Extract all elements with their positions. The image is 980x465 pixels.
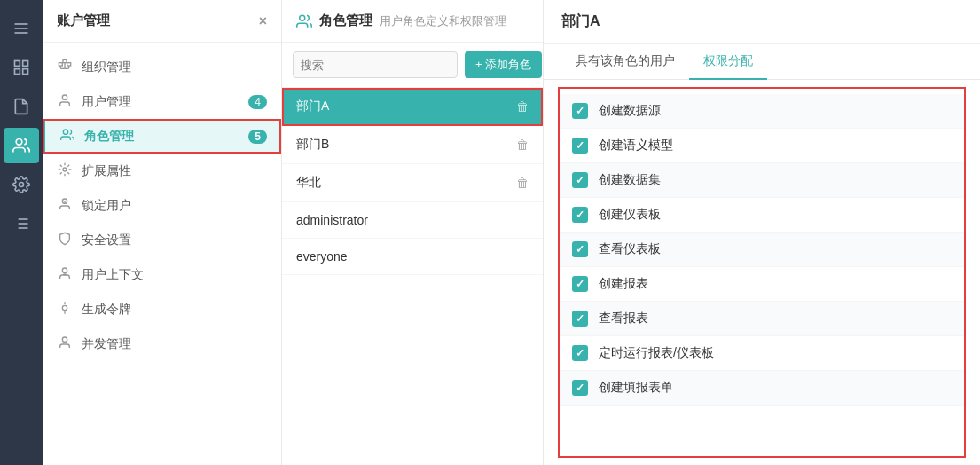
role-panel-header: 角色管理 用户角色定义和权限管理 xyxy=(282,0,543,43)
org-icon xyxy=(57,59,73,75)
detail-panel: 部门A 具有该角色的用户 权限分配 创建数据源 创建语义模型 创建数据集 创建仪… xyxy=(544,0,980,465)
sidebar-title: 账户管理 xyxy=(57,12,110,29)
sidebar-item-dev[interactable]: 并发管理 xyxy=(43,327,281,361)
role-icon xyxy=(59,128,75,145)
nav-bar xyxy=(0,0,43,465)
role-item-north-delete-icon[interactable]: 🗑 xyxy=(516,176,529,190)
role-panel-icon xyxy=(296,13,312,29)
role-panel-subtitle: 用户角色定义和权限管理 xyxy=(380,13,506,29)
detail-title: 部门A xyxy=(544,0,980,44)
perm-create-dataset: 创建数据集 xyxy=(558,163,966,198)
sidebar: 账户管理 × 组织管理 用户管理 4 角色管理 5 xyxy=(43,0,282,465)
token-icon xyxy=(57,301,73,318)
perm-schedule-report-label: 定时运行报表/仪表板 xyxy=(599,345,714,361)
perm-view-report-checkbox[interactable] xyxy=(572,311,588,327)
nav-menu-icon[interactable] xyxy=(4,11,39,46)
perm-create-form: 创建填报表单 xyxy=(558,371,966,406)
sidebar-item-token-label: 生成令牌 xyxy=(82,302,131,318)
nav-users-icon[interactable] xyxy=(4,128,39,163)
perm-create-ds: 创建数据源 xyxy=(558,94,966,129)
context-icon xyxy=(57,266,73,283)
nav-dashboard-icon[interactable] xyxy=(4,50,39,85)
svg-point-32 xyxy=(62,337,67,342)
svg-rect-3 xyxy=(15,61,20,67)
svg-rect-6 xyxy=(23,69,28,75)
perm-schedule-report-checkbox[interactable] xyxy=(572,345,588,361)
sidebar-item-role-label: 角色管理 xyxy=(84,129,134,145)
svg-rect-16 xyxy=(63,59,67,62)
sidebar-item-lock[interactable]: 锁定用户 xyxy=(43,188,281,223)
svg-rect-17 xyxy=(67,63,71,66)
sidebar-item-dev-label: 并发管理 xyxy=(82,336,131,352)
sidebar-header: 账户管理 × xyxy=(43,0,281,43)
sidebar-item-lock-label: 锁定用户 xyxy=(82,198,131,214)
svg-rect-5 xyxy=(15,69,20,75)
dev-icon xyxy=(57,335,73,352)
sidebar-item-org-label: 组织管理 xyxy=(82,59,131,75)
sidebar-item-extend[interactable]: 扩展属性 xyxy=(43,154,281,188)
perm-create-sm-checkbox[interactable] xyxy=(572,138,588,154)
user-icon xyxy=(57,93,73,110)
add-role-button[interactable]: + 添加角色 xyxy=(465,51,542,78)
role-item-north-label: 华北 xyxy=(296,175,321,191)
perm-create-dash-label: 创建仪表板 xyxy=(599,207,661,223)
security-icon xyxy=(57,232,73,248)
perm-create-dataset-label: 创建数据集 xyxy=(599,172,661,188)
perm-view-dash-checkbox[interactable] xyxy=(572,241,588,257)
extend-icon xyxy=(57,162,73,179)
perm-create-form-checkbox[interactable] xyxy=(572,380,588,396)
sidebar-item-context-label: 用户上下文 xyxy=(82,267,144,283)
detail-tabs: 具有该角色的用户 权限分配 xyxy=(544,44,980,80)
permissions-list: 创建数据源 创建语义模型 创建数据集 创建仪表板 查看仪表板 创建报表 查看报表 xyxy=(558,87,966,458)
nav-list-icon[interactable] xyxy=(4,206,39,241)
svg-rect-4 xyxy=(23,61,28,67)
perm-create-dash-checkbox[interactable] xyxy=(572,207,588,223)
perm-create-report: 创建报表 xyxy=(558,267,966,302)
perm-schedule-report: 定时运行报表/仪表板 xyxy=(558,336,966,371)
tab-users[interactable]: 具有该角色的用户 xyxy=(561,44,689,80)
role-item-everyone[interactable]: everyone xyxy=(282,239,543,275)
perm-create-dash: 创建仪表板 xyxy=(558,198,966,232)
role-badge: 5 xyxy=(248,130,267,144)
role-item-deptB-delete-icon[interactable]: 🗑 xyxy=(516,138,529,152)
role-item-north[interactable]: 华北 🗑 xyxy=(282,164,543,202)
role-item-deptA[interactable]: 部门A 🗑 xyxy=(282,88,543,126)
svg-point-29 xyxy=(62,305,67,310)
tab-perms[interactable]: 权限分配 xyxy=(689,44,767,80)
role-panel: 角色管理 用户角色定义和权限管理 + 添加角色 部门A 🗑 部门B 🗑 华北 🗑… xyxy=(282,0,544,465)
nav-file-icon[interactable] xyxy=(4,89,39,124)
svg-point-22 xyxy=(62,95,67,99)
sidebar-item-extend-label: 扩展属性 xyxy=(82,163,131,179)
perm-create-sm-label: 创建语义模型 xyxy=(599,138,673,154)
role-item-admin-label: administrator xyxy=(296,213,368,227)
sidebar-item-security[interactable]: 安全设置 xyxy=(43,223,281,257)
sidebar-item-user-label: 用户管理 xyxy=(82,94,131,110)
nav-settings-icon[interactable] xyxy=(4,167,39,202)
sidebar-item-context[interactable]: 用户上下文 xyxy=(43,257,281,292)
perm-create-sm: 创建语义模型 xyxy=(558,129,966,163)
role-item-deptB[interactable]: 部门B 🗑 xyxy=(282,126,543,164)
role-item-admin[interactable]: administrator xyxy=(282,202,543,239)
perm-create-form-label: 创建填报表单 xyxy=(599,380,673,396)
perm-create-report-checkbox[interactable] xyxy=(572,276,588,292)
role-panel-toolbar: + 添加角色 xyxy=(282,43,543,88)
role-item-everyone-label: everyone xyxy=(296,249,348,264)
role-item-deptA-delete-icon[interactable]: 🗑 xyxy=(516,99,529,114)
sidebar-item-user[interactable]: 用户管理 4 xyxy=(43,84,281,119)
perm-create-dataset-checkbox[interactable] xyxy=(572,172,588,188)
sidebar-item-org[interactable]: 组织管理 xyxy=(43,50,281,84)
svg-point-24 xyxy=(63,168,67,171)
role-search-input[interactable] xyxy=(293,51,458,78)
sidebar-close-button[interactable]: × xyxy=(259,13,267,29)
user-badge: 4 xyxy=(248,95,267,109)
svg-point-27 xyxy=(62,268,67,272)
perm-view-dash-label: 查看仪表板 xyxy=(599,241,661,257)
sidebar-item-token[interactable]: 生成令牌 xyxy=(43,292,281,327)
role-item-deptB-label: 部门B xyxy=(296,137,329,153)
role-item-deptA-label: 部门A xyxy=(296,99,329,114)
perm-view-report: 查看报表 xyxy=(558,302,966,336)
sidebar-item-role[interactable]: 角色管理 5 xyxy=(43,119,281,154)
lock-icon xyxy=(57,197,73,214)
role-list: 部门A 🗑 部门B 🗑 华北 🗑 administrator everyone xyxy=(282,88,543,465)
perm-create-ds-checkbox[interactable] xyxy=(572,103,588,119)
